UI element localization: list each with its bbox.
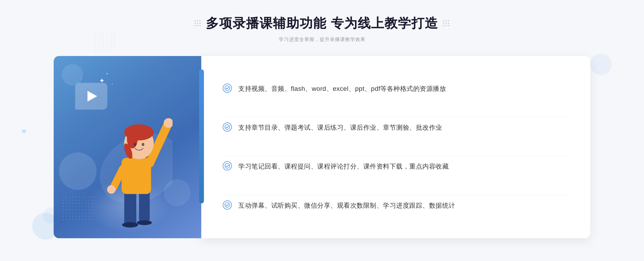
accent-bar: [199, 69, 204, 203]
svg-rect-2: [139, 190, 150, 222]
person-illustration: [97, 99, 173, 238]
svg-point-9: [107, 185, 116, 194]
svg-point-15: [142, 143, 144, 146]
check-svg-3: [225, 163, 230, 169]
feature-text-4: 互动弹幕、试听购买、微信分享、观看次数限制、学习进度跟踪、数据统计: [238, 200, 455, 211]
check-icon-2: [223, 122, 232, 132]
feature-item-1: 支持视频、音频、flash、word、excel、ppt、pdf等各种格式的资源…: [223, 78, 569, 99]
illustration-card: ✦ ✦ ✦: [54, 56, 201, 238]
page-title: 多项录播课辅助功能 专为线上教学打造: [206, 15, 438, 32]
sparkle-2: ✦: [106, 72, 108, 76]
features-panel: 支持视频、音频、flash、word、excel、ppt、pdf等各种格式的资源…: [201, 56, 590, 238]
feature-item-3: 学习笔记回看、课程提问、课程评论打分、课件资料下载，重点内容收藏: [223, 156, 569, 177]
svg-point-17: [225, 125, 230, 129]
feature-text-3: 学习笔记回看、课程提问、课程评论打分、课件资料下载，重点内容收藏: [238, 161, 449, 171]
svg-point-16: [225, 86, 230, 91]
svg-point-14: [134, 143, 136, 146]
check-icon-4: [223, 200, 232, 210]
play-icon: [87, 91, 97, 102]
title-row: 多项录播课辅助功能 专为线上教学打造: [0, 15, 644, 32]
svg-rect-1: [124, 190, 136, 225]
page-subtitle: 学习进度全掌握，提升录播课教学效果: [0, 36, 644, 43]
left-dots-decoration: [195, 20, 201, 27]
svg-point-18: [225, 163, 230, 168]
page-header: 多项录播课辅助功能 专为线上教学打造 学习进度全掌握，提升录播课教学效果: [0, 0, 644, 48]
check-icon-3: [223, 161, 232, 170]
check-icon-1: [223, 84, 232, 93]
card-deco-circle-3: [59, 152, 97, 190]
check-svg-1: [225, 85, 230, 91]
check-svg-2: [225, 124, 230, 130]
main-content: ✦ ✦ ✦: [0, 56, 644, 238]
svg-point-19: [225, 203, 230, 207]
card-deco-circle-1: [62, 64, 83, 85]
svg-point-4: [137, 220, 152, 225]
sparkle-3: ✦: [111, 83, 113, 85]
feature-text-2: 支持章节目录、弹题考试、课后练习、课后作业、章节测验、批改作业: [238, 122, 442, 133]
feature-item-2: 支持章节目录、弹题考试、课后练习、课后作业、章节测验、批改作业: [223, 117, 569, 138]
feature-item-4: 互动弹幕、试听购买、微信分享、观看次数限制、学习进度跟踪、数据统计: [223, 195, 569, 216]
svg-point-3: [122, 222, 138, 228]
check-svg-4: [225, 202, 230, 208]
feature-text-1: 支持视频、音频、flash、word、excel、ppt、pdf等各种格式的资源…: [238, 84, 446, 94]
right-dots-decoration: [443, 20, 449, 27]
